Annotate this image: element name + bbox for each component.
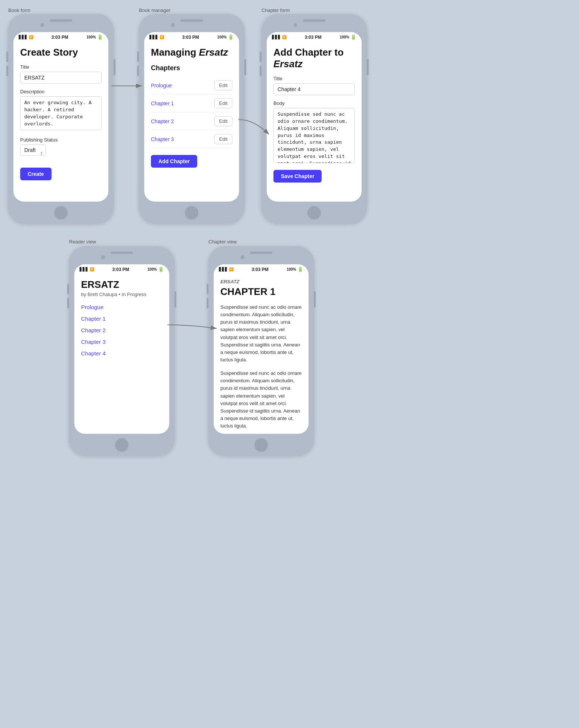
- signal: ▋▋▋ 🛜: [272, 35, 287, 39]
- camera: [101, 255, 105, 259]
- speaker: [111, 252, 133, 254]
- screen-chapter-view: ▋▋▋ 🛜 3:03 PM 100% 🔋 ERSATZ CHAPTER 1 Su…: [214, 264, 309, 434]
- chapter-link-3[interactable]: Chapter 3: [151, 136, 174, 142]
- chapter-item-1: Chapter 1 Edit: [151, 94, 232, 112]
- chapter-title-label: Title: [273, 76, 355, 81]
- time: 3:03 PM: [112, 267, 129, 272]
- side-btn: [260, 52, 261, 62]
- side-btn: [314, 291, 316, 308]
- speaker: [180, 19, 203, 22]
- signal: ▋▋▋ 🛜: [219, 267, 233, 271]
- add-chapter-button[interactable]: Add Chapter: [151, 155, 197, 168]
- chapter-link-2[interactable]: Chapter 2: [151, 118, 174, 124]
- side-btn: [137, 52, 139, 62]
- status-bar: ▋▋▋ 🛜 3:03 PM 100% 🔋: [214, 264, 309, 274]
- save-chapter-button[interactable]: Save Chapter: [273, 170, 322, 183]
- battery: 100% 🔋: [86, 34, 103, 40]
- chapter-body-input[interactable]: Suspendisse sed nunc ac odio ornare cond…: [273, 108, 355, 163]
- camera: [40, 23, 44, 27]
- reader-chapter-4[interactable]: Chapter 4: [81, 350, 162, 357]
- chapter-link-1[interactable]: Chapter 1: [151, 100, 174, 106]
- side-btn: [174, 291, 176, 308]
- side-btn: [6, 52, 8, 62]
- side-btn: [67, 298, 69, 308]
- battery: 100% 🔋: [217, 34, 234, 40]
- side-btn: [207, 284, 208, 294]
- speaker: [250, 252, 272, 254]
- time: 3:03 PM: [182, 35, 199, 40]
- time: 3:03 PM: [304, 35, 321, 40]
- edit-button-3[interactable]: Edit: [214, 134, 232, 144]
- phone-chapter-view: ▋▋▋ 🛜 3:03 PM 100% 🔋 ERSATZ CHAPTER 1 Su…: [208, 246, 314, 455]
- phone-book-form: ▋▋▋ 🛜 3:03 PM 100% 🔋 Create Story Title …: [8, 14, 114, 223]
- speaker: [50, 19, 72, 22]
- chapter-item-prologue: Prologue Edit: [151, 77, 232, 94]
- signal: ▋▋▋ 🛜: [149, 35, 164, 39]
- managing-title: Managing Ersatz: [151, 47, 232, 58]
- chapters-heading: Chapters: [151, 64, 232, 72]
- description-label: Description: [20, 89, 102, 94]
- add-chapter-prefix: Add Chapter to: [273, 47, 344, 58]
- side-btn: [137, 66, 139, 76]
- camera: [294, 23, 297, 27]
- screen-book-manager: ▋▋▋ 🛜 3:03 PM 100% 🔋 Managing Ersatz Cha…: [144, 32, 239, 202]
- book-manager-label: Book manager: [139, 7, 171, 13]
- phone-reader-view: ▋▋▋ 🛜 3:03 PM 100% 🔋 ERSATZ by Brett Cha…: [69, 246, 174, 455]
- chapter-title-input[interactable]: [273, 83, 355, 95]
- edit-button-2[interactable]: Edit: [214, 116, 232, 126]
- reader-chapter-1[interactable]: Chapter 1: [81, 315, 162, 322]
- reader-author: by Brett Chalupa • In Progress: [81, 292, 162, 297]
- add-chapter-italic: Ersatz: [273, 58, 303, 69]
- description-input[interactable]: An ever growing city. A hacker. A retire…: [20, 96, 102, 130]
- home-button[interactable]: [115, 438, 129, 452]
- book-form-label: Book form: [8, 7, 30, 13]
- book-form-screen: Create Story Title Description An ever g…: [13, 41, 108, 186]
- chapter-form-label: Chapter form: [261, 7, 290, 13]
- chapter-item-3: Chapter 3 Edit: [151, 130, 232, 148]
- publishing-status-select[interactable]: Draft: [20, 144, 46, 156]
- title-input[interactable]: [20, 72, 102, 84]
- chapter-form-screen: Add Chapter to Ersatz Title Body Suspend…: [267, 41, 362, 188]
- chapter-list: Prologue Edit Chapter 1 Edit Chapter 2 E…: [151, 77, 232, 148]
- side-btn: [260, 66, 261, 76]
- chapter-body-label: Body: [273, 100, 355, 106]
- edit-button-prologue[interactable]: Edit: [214, 80, 232, 90]
- managing-prefix: Managing: [151, 47, 199, 58]
- chapter-link-prologue[interactable]: Prologue: [151, 83, 172, 88]
- signal: ▋▋▋ 🛜: [19, 35, 33, 39]
- battery: 100% 🔋: [340, 34, 356, 40]
- chapter-view-screen: ERSATZ CHAPTER 1 Suspendisse sed nunc ac…: [214, 274, 309, 434]
- title-label: Title: [20, 64, 102, 70]
- reader-chapter-2[interactable]: Chapter 2: [81, 327, 162, 333]
- status-bar: ▋▋▋ 🛜 3:03 PM 100% 🔋: [267, 32, 362, 41]
- reader-view-label: Reader view: [69, 239, 96, 245]
- edit-button-1[interactable]: Edit: [214, 98, 232, 108]
- speaker: [303, 19, 325, 22]
- side-btn: [207, 298, 208, 308]
- home-button[interactable]: [54, 206, 68, 220]
- reader-chapter-3[interactable]: Chapter 3: [81, 339, 162, 345]
- camera: [171, 23, 175, 27]
- screen-book-form: ▋▋▋ 🛜 3:03 PM 100% 🔋 Create Story Title …: [13, 32, 108, 202]
- create-button[interactable]: Create: [20, 168, 52, 180]
- add-chapter-heading: Add Chapter to Ersatz: [273, 47, 355, 70]
- reader-chapter-prologue[interactable]: Prologue: [81, 304, 162, 310]
- time: 3:03 PM: [251, 267, 268, 272]
- status-bar: ▋▋▋ 🛜 3:03 PM 100% 🔋: [144, 32, 239, 41]
- book-form-title: Create Story: [20, 47, 102, 58]
- status-bar: ▋▋▋ 🛜 3:03 PM 100% 🔋: [13, 32, 108, 41]
- publishing-status-select-wrap: Draft: [20, 144, 46, 162]
- chapter-view-body1: Suspendisse sed nunc ac odio ornare cond…: [220, 304, 302, 364]
- side-btn: [6, 66, 8, 76]
- home-button[interactable]: [254, 438, 268, 452]
- side-btn: [114, 59, 115, 75]
- status-bar: ▋▋▋ 🛜 3:03 PM 100% 🔋: [74, 264, 169, 274]
- publishing-status-label: Publishing Status: [20, 137, 102, 143]
- phone-book-manager: ▋▋▋ 🛜 3:03 PM 100% 🔋 Managing Ersatz Cha…: [139, 14, 244, 223]
- reader-book-title: ERSATZ: [81, 279, 162, 290]
- home-button[interactable]: [307, 206, 321, 220]
- time: 3:03 PM: [51, 35, 68, 40]
- signal: ▋▋▋ 🛜: [80, 267, 94, 271]
- battery: 100% 🔋: [147, 267, 164, 272]
- home-button[interactable]: [185, 206, 198, 220]
